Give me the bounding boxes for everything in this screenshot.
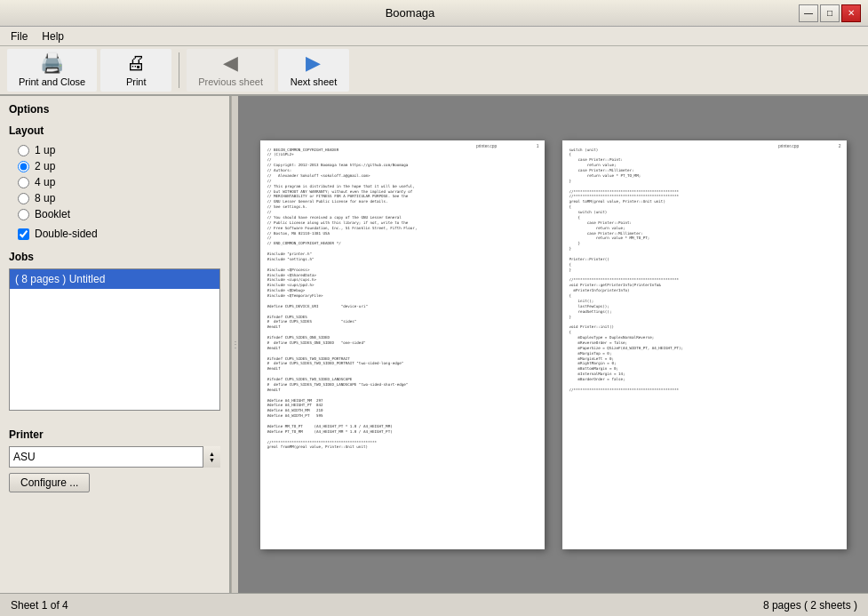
printer-section: Printer ASU ▲ ▼ Configure ... <box>0 421 229 500</box>
layout-booklet-radio[interactable] <box>18 209 29 220</box>
layout-8up-radio[interactable] <box>18 193 29 204</box>
layout-8up-label: 8 up <box>35 192 55 204</box>
layout-booklet[interactable]: Booklet <box>18 206 211 222</box>
maximize-button[interactable]: □ <box>820 4 840 22</box>
double-sided-checkbox-item[interactable]: Double-sided <box>0 224 229 244</box>
layout-section-title: Layout <box>0 119 229 140</box>
layout-1up-label: 1 up <box>35 144 55 156</box>
preview-page-2-content: switch (unit) { case Printer::Point: ret… <box>569 148 840 542</box>
printer-select[interactable]: ASU <box>9 446 220 468</box>
previous-sheet-label: Previous sheet <box>198 76 263 88</box>
toolbar-separator <box>179 52 179 88</box>
layout-2up-radio[interactable] <box>18 161 29 172</box>
preview-page-container: printer.cpp 1 // BEGIN_COMMON_COPYRIGHT_… <box>243 123 864 567</box>
pages-info: 8 pages ( 2 sheets ) <box>763 599 857 612</box>
next-sheet-button[interactable]: ▶ Next sheet <box>278 49 349 92</box>
options-header: Options <box>0 96 229 119</box>
preview-page-1-content: // BEGIN_COMMON_COPYRIGHT_HEADER // (C)L… <box>267 148 538 542</box>
layout-4up[interactable]: 4 up <box>18 174 211 190</box>
next-sheet-label: Next sheet <box>291 76 338 88</box>
print-button[interactable]: 🖨 Print <box>100 49 171 92</box>
next-sheet-icon: ▶ <box>306 52 321 75</box>
print-icon: 🖨 <box>126 52 146 75</box>
toolbar: 🖨️ Print and Close 🖨 Print ◀ Previous sh… <box>0 46 868 96</box>
layout-4up-label: 4 up <box>35 176 55 188</box>
layout-8up[interactable]: 8 up <box>18 190 211 206</box>
layout-1up[interactable]: 1 up <box>18 142 211 158</box>
left-panel: Options Layout 1 up 2 up 4 up 8 up Bo <box>0 96 231 593</box>
main-area: Options Layout 1 up 2 up 4 up 8 up Bo <box>0 96 868 593</box>
print-close-label: Print and Close <box>19 76 85 88</box>
jobs-list[interactable]: ( 8 pages ) Untitled <box>9 268 220 411</box>
previous-sheet-button[interactable]: ◀ Previous sheet <box>187 49 275 92</box>
layout-4up-radio[interactable] <box>18 177 29 188</box>
preview-page-1: printer.cpp 1 // BEGIN_COMMON_COPYRIGHT_… <box>260 140 545 549</box>
print-close-button[interactable]: 🖨️ Print and Close <box>7 49 97 92</box>
status-bar: Sheet 1 of 4 8 pages ( 2 sheets ) <box>0 593 868 616</box>
menu-help[interactable]: Help <box>35 28 71 44</box>
job-item[interactable]: ( 8 pages ) Untitled <box>10 269 219 289</box>
double-sided-checkbox[interactable] <box>18 228 29 240</box>
sheet-info: Sheet 1 of 4 <box>11 599 68 612</box>
title-bar: Boomaga — □ ✕ <box>0 0 868 27</box>
layout-booklet-label: Booklet <box>35 208 70 220</box>
print-close-icon: 🖨️ <box>40 52 64 75</box>
printer-title: Printer <box>9 428 220 441</box>
page-2-number: printer.cpp 2 <box>778 143 841 148</box>
jobs-section: Jobs ( 8 pages ) Untitled <box>0 244 229 418</box>
double-sided-label: Double-sided <box>35 228 98 240</box>
menu-file[interactable]: File <box>4 28 35 44</box>
layout-radio-group: 1 up 2 up 4 up 8 up Booklet <box>0 140 229 224</box>
page-1-number: printer.cpp 1 <box>476 143 539 148</box>
configure-button[interactable]: Configure ... <box>9 473 90 492</box>
print-label: Print <box>126 76 147 88</box>
jobs-title: Jobs <box>9 251 220 263</box>
window-title: Boomaga <box>21 6 799 20</box>
menu-bar: File Help <box>0 27 868 46</box>
close-button[interactable]: ✕ <box>841 4 861 22</box>
layout-1up-radio[interactable] <box>18 145 29 156</box>
window-controls: — □ ✕ <box>799 4 861 22</box>
previous-sheet-icon: ◀ <box>223 52 238 75</box>
printer-select-wrap: ASU ▲ ▼ <box>9 446 220 468</box>
panel-resize-handle[interactable]: ⋮ <box>231 96 238 593</box>
layout-2up-label: 2 up <box>35 160 55 172</box>
preview-area: printer.cpp 1 // BEGIN_COMMON_COPYRIGHT_… <box>238 96 868 593</box>
preview-page-2: printer.cpp 2 switch (unit) { case Print… <box>562 140 847 549</box>
layout-2up[interactable]: 2 up <box>18 158 211 174</box>
minimize-button[interactable]: — <box>799 4 818 22</box>
